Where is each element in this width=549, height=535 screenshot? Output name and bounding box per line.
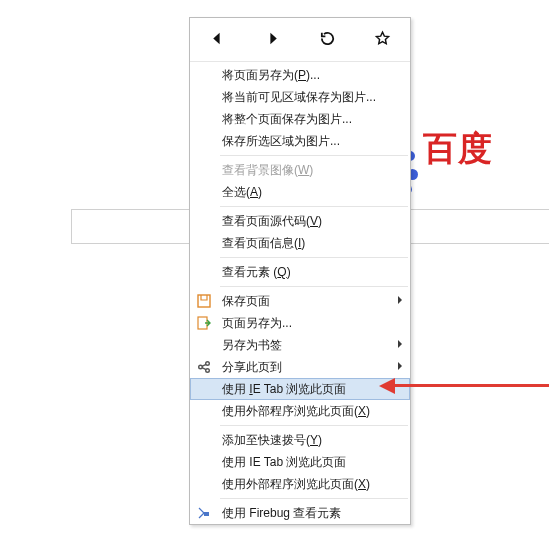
share-icon: [196, 359, 212, 375]
menu-add-to-speed-dial[interactable]: 添加至快速拨号(Y): [190, 429, 410, 451]
svg-point-4: [206, 369, 210, 373]
menu-inspect-element[interactable]: 查看元素 (Q): [190, 261, 410, 283]
menu-save-page-as[interactable]: 将页面另存为(P)...: [190, 64, 410, 86]
back-icon[interactable]: [209, 30, 226, 50]
menu-save-as-bookmark[interactable]: 另存为书签: [190, 334, 410, 356]
page-save-as-icon: [196, 315, 212, 331]
separator: [220, 257, 408, 258]
menu-view-bg-image: 查看背景图像(W): [190, 159, 410, 181]
menu-view-source[interactable]: 查看页面源代码(V): [190, 210, 410, 232]
separator: [220, 498, 408, 499]
separator: [220, 206, 408, 207]
menu-use-external-browse-2[interactable]: 使用外部程序浏览此页面(X): [190, 473, 410, 495]
svg-rect-0: [198, 295, 210, 307]
chevron-right-icon: [398, 296, 402, 304]
menu-use-ie-tab[interactable]: 使用 IE Tab 浏览此页面: [190, 378, 410, 400]
menu-use-ie-tab-2[interactable]: 使用 IE Tab 浏览此页面: [190, 451, 410, 473]
menu-view-page-info[interactable]: 查看页面信息(I): [190, 232, 410, 254]
context-menu: 将页面另存为(P)... 将当前可见区域保存为图片... 将整个页面保存为图片.…: [189, 17, 411, 525]
reload-icon[interactable]: [319, 30, 336, 50]
menu-share-page-to[interactable]: 分享此页到: [190, 356, 410, 378]
baidu-logo: 百度: [403, 126, 493, 172]
annotation-arrow: [379, 378, 549, 394]
bookmark-star-icon[interactable]: [374, 30, 391, 50]
menu-page-save-as[interactable]: 页面另存为...: [190, 312, 410, 334]
separator: [220, 286, 408, 287]
menu-select-all[interactable]: 全选(A): [190, 181, 410, 203]
chevron-right-icon: [398, 362, 402, 370]
menu-use-external-browse[interactable]: 使用外部程序浏览此页面(X): [190, 400, 410, 422]
firebug-icon: [196, 505, 212, 521]
menu-save-visible-as-image[interactable]: 将当前可见区域保存为图片...: [190, 86, 410, 108]
svg-point-3: [206, 362, 210, 366]
save-page-icon: [196, 293, 212, 309]
menu-save-page[interactable]: 保存页面: [190, 290, 410, 312]
menu-save-selection-as-image[interactable]: 保存所选区域为图片...: [190, 130, 410, 152]
menu-save-whole-page-as-image[interactable]: 将整个页面保存为图片...: [190, 108, 410, 130]
separator: [220, 425, 408, 426]
chevron-right-icon: [398, 340, 402, 348]
separator: [220, 155, 408, 156]
menu-firebug-inspect[interactable]: 使用 Firebug 查看元素: [190, 502, 410, 524]
svg-rect-5: [204, 512, 209, 516]
baidu-text: 百度: [423, 126, 493, 172]
nav-row: [190, 18, 410, 62]
forward-icon[interactable]: [264, 30, 281, 50]
